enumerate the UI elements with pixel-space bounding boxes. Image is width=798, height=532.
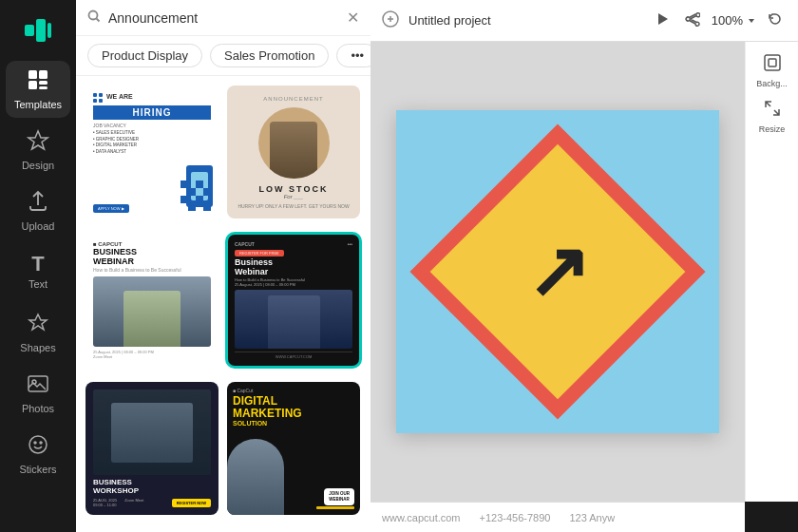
canvas-topbar: Untitled project 100% xyxy=(370,0,798,42)
svg-rect-2 xyxy=(48,23,51,38)
svg-marker-15 xyxy=(658,13,668,25)
sidebar-item-templates[interactable]: Templates xyxy=(6,61,70,118)
templates-icon xyxy=(27,68,49,95)
topbar-tools: 100% xyxy=(651,8,787,34)
text-icon: T xyxy=(31,254,44,275)
templates-panel: ✕ Product Display Sales Promotion ••• WE… xyxy=(76,0,370,532)
svg-rect-6 xyxy=(39,81,48,85)
arrow-symbol: ↗ xyxy=(526,234,590,310)
search-icon xyxy=(87,10,101,26)
sidebar-label-templates: Templates xyxy=(14,99,62,110)
sidebar: Templates Design Upload T Text Shapes xyxy=(0,0,76,532)
bottom-address: 123 Anyw xyxy=(569,512,615,523)
template-card-webinar-light[interactable]: ■ CAPCUT BUSINESSWEBINAR How to Build a … xyxy=(86,234,218,367)
resize-icon xyxy=(763,99,782,123)
undo-button[interactable] xyxy=(764,8,787,34)
chip-sales-promotion[interactable]: Sales Promotion xyxy=(210,44,329,67)
arrow-sign-container: ↗ xyxy=(396,110,719,433)
zoom-value: 100% xyxy=(712,13,743,28)
background-icon xyxy=(763,53,782,77)
sidebar-label-design: Design xyxy=(22,160,54,171)
canvas-logo-icon xyxy=(382,10,399,31)
sidebar-item-photos[interactable]: Photos xyxy=(6,365,70,422)
chip-more[interactable]: ••• xyxy=(336,44,370,67)
template-card-lowstock[interactable]: ANNOUNCEMENT LOW STOCK For ___ HURRY UP!… xyxy=(227,86,360,218)
search-input[interactable] xyxy=(108,10,339,26)
sidebar-item-text[interactable]: T Text xyxy=(6,243,70,300)
template-card-webinar-dark[interactable]: CAPCUT ••• REGISTER FOR FREE BusinessWeb… xyxy=(227,234,360,367)
svg-rect-0 xyxy=(25,25,34,36)
template-card-digital[interactable]: ■ CapCut DIGITALMARKETING SOLUTION JOIN … xyxy=(227,382,360,515)
diamond-outer: ↗ xyxy=(409,124,705,419)
app-logo xyxy=(19,11,57,49)
design-canvas[interactable]: ↗ xyxy=(396,110,719,433)
svg-point-10 xyxy=(29,436,47,453)
svg-rect-17 xyxy=(769,59,776,66)
share-button[interactable] xyxy=(681,8,704,34)
svg-rect-4 xyxy=(39,70,48,79)
diamond-inner: ↗ xyxy=(430,144,686,400)
upload-icon xyxy=(27,190,49,217)
svg-rect-3 xyxy=(28,70,37,79)
sidebar-label-photos: Photos xyxy=(22,403,54,414)
filter-chips: Product Display Sales Promotion ••• xyxy=(76,36,370,76)
canvas-wrapper: Untitled project 100% xyxy=(370,0,798,532)
photos-icon xyxy=(27,372,49,399)
sidebar-item-shapes[interactable]: Shapes xyxy=(6,304,70,361)
sidebar-label-text: Text xyxy=(28,278,48,290)
bottom-phone: +123-456-7890 xyxy=(480,512,551,523)
clear-search-button[interactable]: ✕ xyxy=(347,10,359,26)
svg-point-13 xyxy=(89,11,98,20)
sidebar-item-design[interactable]: Design xyxy=(6,122,70,179)
canvas-viewport[interactable]: ↗ xyxy=(370,42,745,502)
canvas-title: Untitled project xyxy=(408,13,641,28)
design-icon xyxy=(27,129,49,156)
svg-point-12 xyxy=(40,442,42,444)
canvas-bottom: www.capcut.com +123-456-7890 123 Anyw xyxy=(370,502,745,532)
zoom-control[interactable]: 100% xyxy=(712,13,756,28)
svg-point-11 xyxy=(34,442,36,444)
chip-product-display[interactable]: Product Display xyxy=(87,44,202,67)
templates-grid: WE ARE HIRING JOB VACANCY • SALES EXECUT… xyxy=(76,76,370,532)
svg-rect-5 xyxy=(28,81,37,89)
background-tool-button[interactable]: Backg... xyxy=(751,49,793,91)
template-card-hiring[interactable]: WE ARE HIRING JOB VACANCY • SALES EXECUT… xyxy=(86,86,218,218)
search-bar: ✕ xyxy=(76,0,370,36)
template-card-workshop[interactable]: BUSINESSWORKSHOP 25 AUG, 202509:00 – 11:… xyxy=(86,382,218,515)
sidebar-item-stickers[interactable]: Stickers xyxy=(6,426,70,483)
canvas-side-tools: Backg... Resize xyxy=(745,42,798,502)
sidebar-label-stickers: Stickers xyxy=(19,464,56,475)
play-button[interactable] xyxy=(651,8,674,34)
sidebar-item-upload[interactable]: Upload xyxy=(6,182,70,239)
background-label: Backg... xyxy=(756,79,788,88)
svg-rect-7 xyxy=(39,86,48,89)
sidebar-label-upload: Upload xyxy=(22,220,55,232)
stickers-icon xyxy=(27,433,49,460)
sidebar-label-shapes: Shapes xyxy=(20,342,55,353)
svg-rect-1 xyxy=(36,19,46,42)
resize-tool-button[interactable]: Resize xyxy=(751,95,793,137)
svg-rect-16 xyxy=(765,55,780,70)
bottom-website: www.capcut.com xyxy=(382,512,461,523)
shapes-icon xyxy=(27,312,49,338)
resize-label: Resize xyxy=(759,124,786,134)
